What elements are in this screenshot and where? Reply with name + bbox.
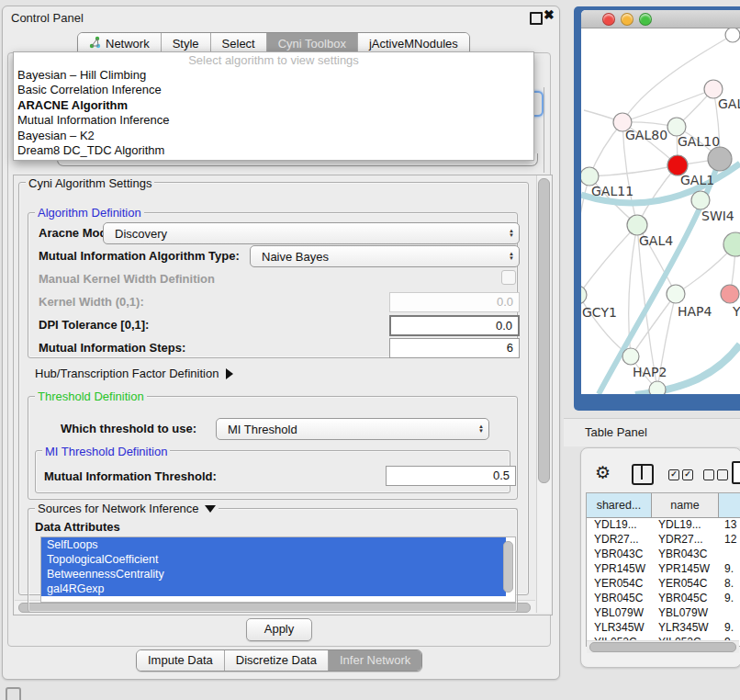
dpi-tolerance-field[interactable]: 0.0 [389,315,520,336]
kernel-width-label: Kernel Width (0,1): [39,295,144,309]
attribute-list-item[interactable]: gal4RGexp [41,581,506,596]
table-cell: YPR145W [651,562,717,577]
table-row[interactable]: YDR27...YDR27...12 [587,533,740,548]
columns-icon[interactable] [632,464,654,485]
sources-expander[interactable]: Sources for Network Inference [35,502,219,515]
attribute-list-item[interactable]: BetweennessCentrality [41,567,506,581]
select-all-checkboxes-icon[interactable]: ✓✓ [668,469,693,480]
close-icon[interactable]: ✖ [544,7,555,22]
gear-icon[interactable]: ⚙ [595,462,611,483]
network-edge[interactable] [622,89,713,122]
network-node-gal[interactable] [704,80,723,98]
table-cell: 9. [717,562,740,577]
groupbox-border-fragment [544,87,544,173]
tab-infer-network[interactable]: Infer Network [328,650,421,671]
sources-title: Sources for Network Inference [38,502,199,515]
table-cell: YDL19... [587,518,651,533]
table-hscrollbar-thumb[interactable] [589,642,736,652]
network-node-gal4[interactable] [627,215,647,235]
hub-definition-expander[interactable]: Hub/Transcription Factor Definition [35,367,233,380]
node-label: GAL10 [678,134,720,149]
which-threshold-label: Which threshold to use: [61,422,196,435]
apply-button[interactable]: Apply [246,618,312,641]
network-node-gcy1[interactable] [581,286,587,304]
mi-algorithm-type-combo[interactable]: Naive Bayes ▲▼ [250,245,520,267]
column-header-shared[interactable]: shared... [587,493,652,517]
column-header-name[interactable]: name [652,493,719,517]
node-label: SWI4 [701,209,734,223]
kernel-width-field[interactable]: 0.0 [389,292,520,312]
close-traffic-light-icon[interactable] [602,13,615,26]
network-node-hap2[interactable] [622,348,639,365]
column-header-A[interactable]: A [719,493,740,517]
node-label: GCY1 [582,305,617,320]
table-cell: YBL079W [651,606,717,621]
mi-steps-label: Mutual Information Steps: [39,341,185,355]
table-cell [717,548,740,562]
table-header-row: shared...nameA [587,493,740,518]
node-label: HAP4 [678,304,712,319]
table-row[interactable]: YPR145WYPR145W9. [587,562,740,577]
mi-threshold-definition-title: MI Threshold Definition [42,445,170,458]
network-node-hap4[interactable] [667,285,685,303]
network-node[interactable] [723,232,740,256]
dropdown-item[interactable]: Basic Correlation Inference [14,83,533,97]
network-node[interactable] [725,28,740,42]
document-icon[interactable] [732,461,740,484]
dropdown-item[interactable]: ARACNE Algorithm [14,98,533,113]
list-scrollbar-thumb[interactable] [503,541,513,593]
node-table: shared...nameAYDL19...YDL19...13YDR27...… [586,492,740,647]
table-cell [717,606,740,621]
network-node[interactable] [649,381,666,394]
vertical-scrollbar-thumb[interactable] [538,178,550,483]
tab-impute-data[interactable]: Impute Data [137,650,224,671]
mi-threshold-field[interactable]: 0.5 [386,466,516,486]
attribute-list-item[interactable]: TopologicalCoefficient [41,552,506,567]
threshold-definition-title: Threshold Definition [35,390,147,403]
network-canvas[interactable]: GALGAL80GAL10GAL1GAL11SWI4GAL4HAP4YGCY1H… [581,28,740,394]
dpi-tolerance-label: DPI Tolerance [0,1]: [39,318,149,332]
network-node-gal10[interactable] [667,118,686,136]
aracne-mode-combo[interactable]: Discovery ▲▼ [103,222,520,244]
node-label: GAL11 [591,184,633,198]
table-cell: 12 [717,533,740,548]
cyni-algorithm-settings-title: Cyni Algorithm Settings [26,176,154,190]
collapsed-panel-icon[interactable] [6,687,21,700]
network-node-y[interactable] [721,285,739,303]
float-window-icon[interactable] [530,12,543,25]
table-panel-title: Table Panel [585,425,647,439]
network-edge[interactable] [589,165,678,176]
network-edge[interactable] [581,225,637,295]
table-row[interactable]: YBR045CYBR045C9. [587,592,740,606]
dropdown-item[interactable]: Mutual Information Inference [14,113,533,128]
deselect-all-checkboxes-icon[interactable] [703,469,728,480]
table-cell: YBR045C [587,592,651,606]
manual-kernel-width-checkbox[interactable] [501,270,516,285]
dropdown-item[interactable]: Dream8 DC_TDC Algorithm [14,143,533,158]
dropdown-item[interactable]: Bayesian – Hill Climbing [14,68,533,83]
which-threshold-combo[interactable]: MI Threshold ▲▼ [216,418,489,440]
table-cell: YPR145W [587,562,651,577]
tab-label: Style [173,37,199,51]
table-cell: YBL079W [587,606,651,621]
algorithm-dropdown-list: Select algorithm to view settings Bayesi… [13,51,534,161]
node-label: GAL80 [625,128,667,142]
network-node[interactable] [708,147,732,171]
tab-discretize-data[interactable]: Discretize Data [224,650,328,671]
attribute-list-item[interactable]: SelfLoops [41,537,506,552]
table-row[interactable]: YBR043CYBR043C [587,548,740,562]
table-row[interactable]: YER054CYER054C8. [587,577,740,592]
minimize-traffic-light-icon[interactable] [621,13,633,26]
dropdown-item[interactable]: Bayesian – K2 [14,129,533,143]
manual-kernel-width-label: Manual Kernel Width Definition [39,272,215,286]
zoom-traffic-light-icon[interactable] [639,13,652,26]
table-row[interactable]: YLR345WYLR345W9. [587,621,740,636]
mi-steps-field[interactable]: 6 [389,338,520,358]
data-attributes-list[interactable]: SelfLoopsTopologicalCoefficientBetweenne… [40,536,516,603]
network-node-gal11[interactable] [581,167,599,186]
network-node-swi4[interactable] [691,191,710,209]
table-row[interactable]: YDL19...YDL19...13 [587,518,740,533]
table-row[interactable]: YBL079WYBL079W [587,606,740,621]
chevron-down-icon [205,505,216,513]
cyni-bottom-tabs: Impute DataDiscretize DataInfer Network [136,649,422,672]
